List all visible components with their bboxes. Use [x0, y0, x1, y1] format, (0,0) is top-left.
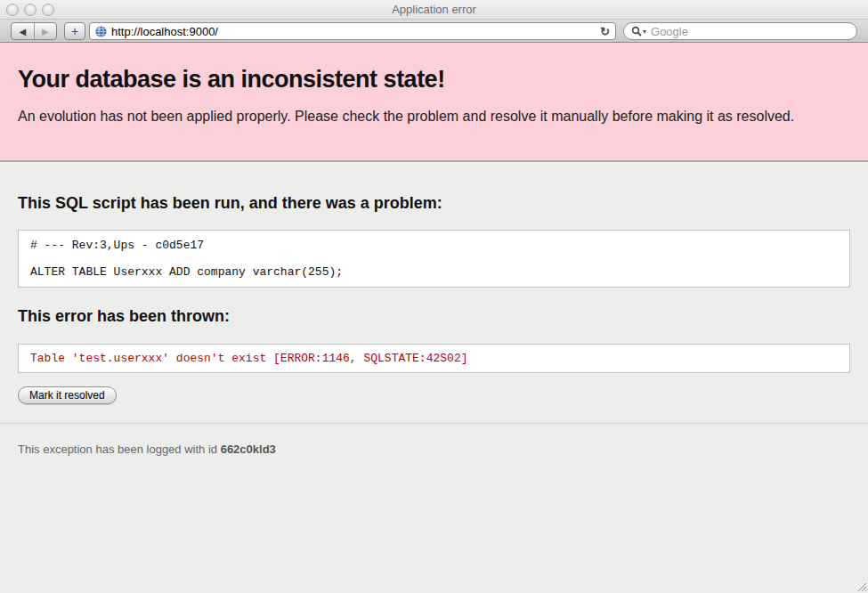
- sql-script-box: # --- Rev:3,Ups - c0d5e17 ALTER TABLE Us…: [18, 230, 850, 288]
- error-heading: This error has been thrown:: [18, 307, 850, 326]
- plus-icon: +: [71, 24, 78, 38]
- url-input[interactable]: [111, 24, 595, 38]
- back-icon: ◀: [19, 27, 26, 37]
- search-bar[interactable]: ▾: [623, 22, 857, 40]
- search-icon: ▾: [631, 26, 646, 37]
- footer-text: This exception has been logged with id: [18, 443, 221, 456]
- error-message-box: Table 'test.userxxx' doesn't exist [ERRO…: [18, 344, 850, 373]
- titlebar: Application error: [0, 0, 868, 20]
- new-tab-button[interactable]: +: [64, 22, 85, 40]
- exception-id: 662c0kld3: [221, 443, 276, 456]
- window-title: Application error: [0, 3, 868, 16]
- script-heading: This SQL script has been run, and there …: [18, 194, 850, 213]
- exception-footer: This exception has been logged with id 6…: [0, 423, 868, 475]
- error-details: This SQL script has been run, and there …: [0, 194, 868, 404]
- resize-grip-icon[interactable]: [855, 580, 867, 592]
- reload-icon[interactable]: ↻: [595, 25, 610, 38]
- page-content: Your database is an inconsistent state! …: [0, 43, 868, 593]
- mark-resolved-button[interactable]: Mark it resolved: [18, 386, 117, 404]
- page-title: Your database is an inconsistent state!: [18, 66, 850, 93]
- forward-button[interactable]: ▶: [34, 23, 57, 39]
- banner-message: An evolution has not been applied proper…: [18, 109, 850, 125]
- globe-icon: [95, 26, 107, 37]
- address-bar[interactable]: ↻: [89, 22, 616, 40]
- forward-icon: ▶: [42, 27, 49, 37]
- error-banner: Your database is an inconsistent state! …: [0, 43, 868, 162]
- nav-buttons: ◀ ▶: [11, 22, 57, 40]
- search-input[interactable]: [651, 24, 849, 38]
- back-button[interactable]: ◀: [12, 23, 34, 39]
- browser-toolbar: ◀ ▶ + ↻ ▾: [0, 20, 868, 43]
- chevron-down-icon: ▾: [643, 28, 646, 36]
